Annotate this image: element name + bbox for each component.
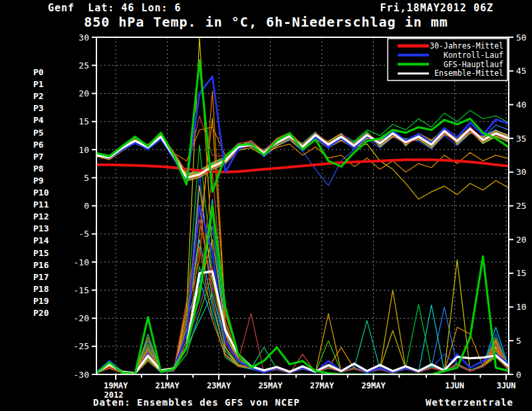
ensemble-member-label: P15 (33, 248, 49, 258)
ensemble-member-label: P20 (33, 308, 49, 318)
series-P0-precip (96, 253, 509, 374)
ensemble-member-label: P4 (33, 115, 44, 125)
ensemble-member-label: P16 (33, 260, 49, 270)
time-axis-tick-label: 29MAY (362, 381, 386, 390)
ensemble-member-label: P12 (33, 211, 49, 221)
series-P12-precip (96, 37, 509, 374)
legend-label: Kontroll-Lauf (444, 51, 503, 60)
meteogram-screen: Genf Lat: 46 Lon: 6 Fri,18MAY2012 06Z 85… (0, 0, 532, 411)
temp-axis-tick-label: -10 (74, 257, 89, 267)
ensemble-member-label: P14 (33, 235, 49, 245)
ensemble-member-label: P19 (33, 296, 49, 306)
temp-axis-tick-label: 30 (78, 33, 89, 43)
time-axis-tick-label: 19MAY (104, 381, 128, 390)
ensemble-member-label: P0 (33, 67, 44, 77)
precip-axis-tick-label: 25 (516, 201, 527, 211)
ensemble-member-label: P17 (33, 272, 49, 282)
ensemble-member-label: P7 (33, 152, 44, 162)
precip-axis-tick-label: 40 (516, 100, 527, 110)
time-axis-tick-label: 27MAY (310, 381, 334, 390)
precip-axis-tick-label: 30 (516, 167, 527, 177)
precip-axis-tick-label: 50 (516, 33, 527, 43)
ensemble-member-label: P8 (33, 164, 44, 174)
series-P13-precip (96, 239, 509, 374)
legend-label: GFS-Hauptlauf (444, 60, 503, 69)
precip-axis-tick-label: 20 (516, 235, 527, 245)
series-P9-precip (96, 145, 509, 374)
time-axis-tick-label: 25MAY (259, 381, 283, 390)
series-P1-precip (96, 172, 509, 374)
precip-axis-tick-label: 5 (516, 336, 521, 346)
precip-axis-tick-label: 15 (516, 268, 527, 278)
plot-frame (96, 37, 509, 374)
time-axis-tick-label: 23MAY (207, 381, 231, 390)
ensemble-member-label: P6 (33, 140, 44, 150)
temp-axis-tick-label: 20 (78, 88, 89, 98)
precip-axis-tick-label: 45 (516, 66, 527, 76)
legend-label: Ensemble-Mittel (434, 68, 503, 78)
legend-label: 30-Jahres-Mittel (430, 41, 503, 51)
ensemble-member-label: P13 (33, 223, 49, 233)
precip-axis-tick-label: 10 (516, 302, 527, 312)
ensemble-member-label: P1 (33, 79, 44, 89)
temp-axis-tick-label: 0 (84, 201, 89, 211)
series-P5-precip (96, 239, 509, 374)
ensemble-member-label: P5 (33, 128, 44, 138)
ensemble-member-label: P2 (33, 91, 44, 101)
site-brand-label: Wetterzentrale (426, 397, 513, 408)
ensemble-member-label: P9 (33, 176, 44, 186)
temp-axis-tick-label: -20 (74, 313, 89, 323)
precip-axis-tick-label: 0 (516, 370, 521, 380)
series-P11-precip (96, 186, 509, 374)
ensemble-meteogram-chart: 302520151050-5-10-15-20-25-3050454035302… (0, 0, 532, 411)
time-axis-tick-label: 3JUN (497, 381, 516, 390)
time-axis-tick-label: 1JUN (445, 381, 464, 390)
data-source-label: Daten: Ensembles des GFS von NCEP (93, 397, 300, 408)
temp-axis-tick-label: 15 (78, 116, 89, 126)
temp-axis-tick-label: -30 (74, 370, 89, 380)
temp-axis-tick-label: -5 (78, 229, 89, 239)
series-climate-mean-temp (96, 160, 509, 172)
ensemble-member-label: P11 (33, 200, 49, 209)
ensemble-member-label: P3 (33, 103, 44, 113)
precip-axis-tick-label: 35 (516, 134, 527, 144)
temp-axis-tick-label: 10 (78, 145, 89, 155)
series-layer (96, 37, 509, 374)
temp-axis-tick-label: 5 (84, 173, 89, 183)
temp-axis-tick-label: 25 (78, 61, 89, 70)
temp-axis-tick-label: -15 (74, 285, 89, 295)
temp-axis-tick-label: -25 (74, 341, 89, 351)
series-P18-precip (96, 172, 509, 374)
time-axis-tick-label: 21MAY (156, 381, 180, 390)
ensemble-member-label: P18 (33, 284, 49, 294)
ensemble-member-label: P10 (33, 188, 49, 198)
